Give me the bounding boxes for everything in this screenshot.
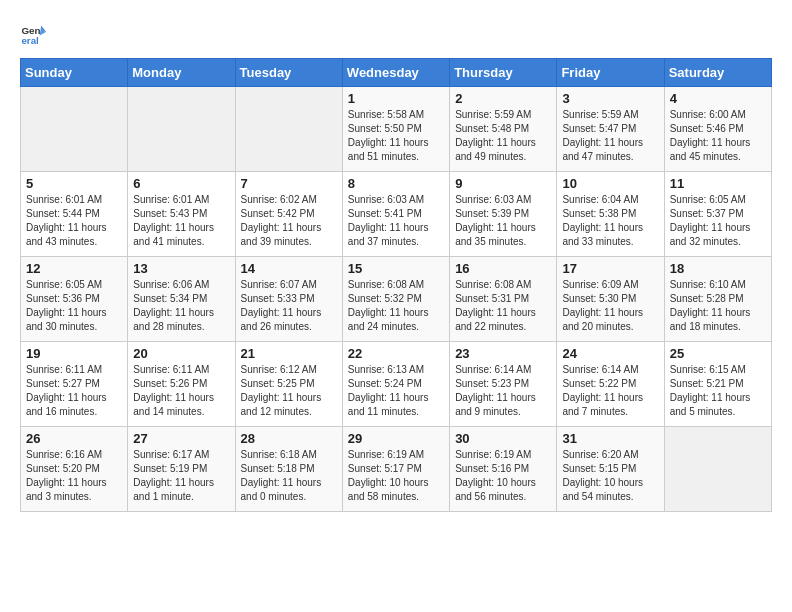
calendar-cell [664, 427, 771, 512]
calendar-cell: 22Sunrise: 6:13 AM Sunset: 5:24 PM Dayli… [342, 342, 449, 427]
day-number: 1 [348, 91, 444, 106]
day-info: Sunrise: 6:04 AM Sunset: 5:38 PM Dayligh… [562, 193, 658, 249]
day-number: 15 [348, 261, 444, 276]
day-number: 2 [455, 91, 551, 106]
calendar-cell: 24Sunrise: 6:14 AM Sunset: 5:22 PM Dayli… [557, 342, 664, 427]
day-number: 9 [455, 176, 551, 191]
calendar-header-row: Sunday Monday Tuesday Wednesday Thursday… [21, 59, 772, 87]
day-info: Sunrise: 5:59 AM Sunset: 5:48 PM Dayligh… [455, 108, 551, 164]
calendar-cell: 3Sunrise: 5:59 AM Sunset: 5:47 PM Daylig… [557, 87, 664, 172]
day-info: Sunrise: 6:05 AM Sunset: 5:36 PM Dayligh… [26, 278, 122, 334]
header-friday: Friday [557, 59, 664, 87]
day-number: 31 [562, 431, 658, 446]
day-info: Sunrise: 5:59 AM Sunset: 5:47 PM Dayligh… [562, 108, 658, 164]
calendar-cell: 17Sunrise: 6:09 AM Sunset: 5:30 PM Dayli… [557, 257, 664, 342]
calendar-cell: 31Sunrise: 6:20 AM Sunset: 5:15 PM Dayli… [557, 427, 664, 512]
day-number: 6 [133, 176, 229, 191]
day-number: 26 [26, 431, 122, 446]
day-info: Sunrise: 6:18 AM Sunset: 5:18 PM Dayligh… [241, 448, 337, 504]
day-info: Sunrise: 6:01 AM Sunset: 5:43 PM Dayligh… [133, 193, 229, 249]
calendar-cell: 23Sunrise: 6:14 AM Sunset: 5:23 PM Dayli… [450, 342, 557, 427]
calendar-cell: 28Sunrise: 6:18 AM Sunset: 5:18 PM Dayli… [235, 427, 342, 512]
day-number: 11 [670, 176, 766, 191]
day-info: Sunrise: 6:03 AM Sunset: 5:41 PM Dayligh… [348, 193, 444, 249]
day-number: 21 [241, 346, 337, 361]
day-number: 23 [455, 346, 551, 361]
day-number: 25 [670, 346, 766, 361]
calendar-cell: 2Sunrise: 5:59 AM Sunset: 5:48 PM Daylig… [450, 87, 557, 172]
day-number: 28 [241, 431, 337, 446]
day-info: Sunrise: 6:17 AM Sunset: 5:19 PM Dayligh… [133, 448, 229, 504]
calendar-table: Sunday Monday Tuesday Wednesday Thursday… [20, 58, 772, 512]
day-number: 22 [348, 346, 444, 361]
day-number: 20 [133, 346, 229, 361]
calendar-cell: 8Sunrise: 6:03 AM Sunset: 5:41 PM Daylig… [342, 172, 449, 257]
day-number: 4 [670, 91, 766, 106]
day-number: 27 [133, 431, 229, 446]
day-info: Sunrise: 6:14 AM Sunset: 5:23 PM Dayligh… [455, 363, 551, 419]
day-number: 14 [241, 261, 337, 276]
calendar-week-row: 1Sunrise: 5:58 AM Sunset: 5:50 PM Daylig… [21, 87, 772, 172]
logo: Gen eral [20, 20, 52, 48]
header-saturday: Saturday [664, 59, 771, 87]
calendar-cell: 30Sunrise: 6:19 AM Sunset: 5:16 PM Dayli… [450, 427, 557, 512]
calendar-cell: 11Sunrise: 6:05 AM Sunset: 5:37 PM Dayli… [664, 172, 771, 257]
day-number: 5 [26, 176, 122, 191]
day-info: Sunrise: 6:00 AM Sunset: 5:46 PM Dayligh… [670, 108, 766, 164]
day-info: Sunrise: 6:06 AM Sunset: 5:34 PM Dayligh… [133, 278, 229, 334]
calendar-cell: 18Sunrise: 6:10 AM Sunset: 5:28 PM Dayli… [664, 257, 771, 342]
day-number: 3 [562, 91, 658, 106]
day-number: 30 [455, 431, 551, 446]
calendar-cell: 21Sunrise: 6:12 AM Sunset: 5:25 PM Dayli… [235, 342, 342, 427]
day-info: Sunrise: 6:20 AM Sunset: 5:15 PM Dayligh… [562, 448, 658, 504]
calendar-cell: 25Sunrise: 6:15 AM Sunset: 5:21 PM Dayli… [664, 342, 771, 427]
calendar-cell: 15Sunrise: 6:08 AM Sunset: 5:32 PM Dayli… [342, 257, 449, 342]
calendar-week-row: 26Sunrise: 6:16 AM Sunset: 5:20 PM Dayli… [21, 427, 772, 512]
calendar-cell [235, 87, 342, 172]
calendar-cell: 20Sunrise: 6:11 AM Sunset: 5:26 PM Dayli… [128, 342, 235, 427]
header-wednesday: Wednesday [342, 59, 449, 87]
calendar-week-row: 19Sunrise: 6:11 AM Sunset: 5:27 PM Dayli… [21, 342, 772, 427]
calendar-cell: 13Sunrise: 6:06 AM Sunset: 5:34 PM Dayli… [128, 257, 235, 342]
header-tuesday: Tuesday [235, 59, 342, 87]
calendar-cell: 7Sunrise: 6:02 AM Sunset: 5:42 PM Daylig… [235, 172, 342, 257]
day-info: Sunrise: 5:58 AM Sunset: 5:50 PM Dayligh… [348, 108, 444, 164]
day-number: 12 [26, 261, 122, 276]
day-number: 18 [670, 261, 766, 276]
calendar-cell [128, 87, 235, 172]
calendar-cell: 16Sunrise: 6:08 AM Sunset: 5:31 PM Dayli… [450, 257, 557, 342]
logo-icon: Gen eral [20, 20, 48, 48]
day-number: 29 [348, 431, 444, 446]
calendar-cell: 27Sunrise: 6:17 AM Sunset: 5:19 PM Dayli… [128, 427, 235, 512]
day-info: Sunrise: 6:19 AM Sunset: 5:17 PM Dayligh… [348, 448, 444, 504]
day-info: Sunrise: 6:03 AM Sunset: 5:39 PM Dayligh… [455, 193, 551, 249]
calendar-cell: 26Sunrise: 6:16 AM Sunset: 5:20 PM Dayli… [21, 427, 128, 512]
day-number: 8 [348, 176, 444, 191]
day-number: 10 [562, 176, 658, 191]
day-info: Sunrise: 6:12 AM Sunset: 5:25 PM Dayligh… [241, 363, 337, 419]
day-info: Sunrise: 6:08 AM Sunset: 5:31 PM Dayligh… [455, 278, 551, 334]
calendar-cell: 12Sunrise: 6:05 AM Sunset: 5:36 PM Dayli… [21, 257, 128, 342]
header-monday: Monday [128, 59, 235, 87]
day-number: 19 [26, 346, 122, 361]
calendar-cell: 6Sunrise: 6:01 AM Sunset: 5:43 PM Daylig… [128, 172, 235, 257]
calendar-cell: 4Sunrise: 6:00 AM Sunset: 5:46 PM Daylig… [664, 87, 771, 172]
day-number: 7 [241, 176, 337, 191]
day-info: Sunrise: 6:10 AM Sunset: 5:28 PM Dayligh… [670, 278, 766, 334]
day-info: Sunrise: 6:08 AM Sunset: 5:32 PM Dayligh… [348, 278, 444, 334]
day-info: Sunrise: 6:01 AM Sunset: 5:44 PM Dayligh… [26, 193, 122, 249]
calendar-cell: 1Sunrise: 5:58 AM Sunset: 5:50 PM Daylig… [342, 87, 449, 172]
calendar-week-row: 12Sunrise: 6:05 AM Sunset: 5:36 PM Dayli… [21, 257, 772, 342]
day-info: Sunrise: 6:02 AM Sunset: 5:42 PM Dayligh… [241, 193, 337, 249]
calendar-week-row: 5Sunrise: 6:01 AM Sunset: 5:44 PM Daylig… [21, 172, 772, 257]
day-info: Sunrise: 6:15 AM Sunset: 5:21 PM Dayligh… [670, 363, 766, 419]
day-info: Sunrise: 6:14 AM Sunset: 5:22 PM Dayligh… [562, 363, 658, 419]
day-info: Sunrise: 6:05 AM Sunset: 5:37 PM Dayligh… [670, 193, 766, 249]
day-info: Sunrise: 6:19 AM Sunset: 5:16 PM Dayligh… [455, 448, 551, 504]
page-header: Gen eral [20, 20, 772, 48]
day-info: Sunrise: 6:11 AM Sunset: 5:26 PM Dayligh… [133, 363, 229, 419]
day-number: 17 [562, 261, 658, 276]
calendar-cell: 19Sunrise: 6:11 AM Sunset: 5:27 PM Dayli… [21, 342, 128, 427]
day-info: Sunrise: 6:11 AM Sunset: 5:27 PM Dayligh… [26, 363, 122, 419]
day-number: 24 [562, 346, 658, 361]
